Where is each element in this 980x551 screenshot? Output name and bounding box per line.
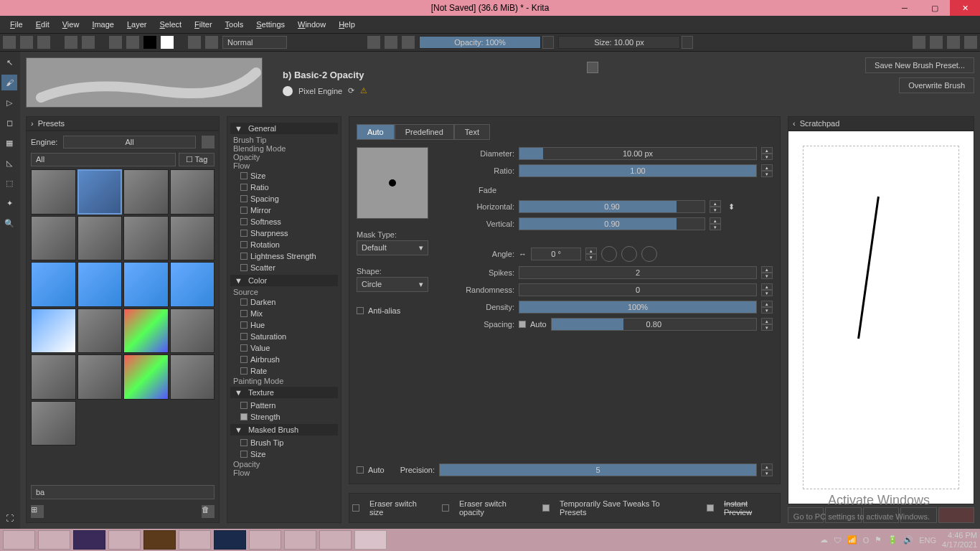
tree-flow[interactable]: Flow xyxy=(230,161,338,170)
angle-dial3-icon[interactable] xyxy=(641,246,657,262)
link-icon[interactable]: ⬍ xyxy=(728,202,735,212)
menu-tools[interactable]: Tools xyxy=(220,19,250,30)
tool-select-rect[interactable]: ⬚ xyxy=(1,175,17,191)
tree-hue[interactable]: Hue xyxy=(230,319,338,331)
scratch-clear-icon[interactable] xyxy=(938,507,974,523)
tray-wifi-icon[interactable]: 📶 xyxy=(847,535,857,545)
fade-v-slider[interactable]: 0.90 xyxy=(519,217,705,230)
engine-filter-combo[interactable]: All xyxy=(63,136,196,149)
tool-expand[interactable]: ⛶ xyxy=(1,510,17,526)
fg-color[interactable] xyxy=(143,36,156,49)
spin-up[interactable]: ▴ xyxy=(761,147,773,154)
spin-down[interactable]: ▾ xyxy=(761,154,773,160)
eraser-icon[interactable] xyxy=(385,36,397,49)
tree-size[interactable]: Size xyxy=(230,170,338,182)
add-preset-icon[interactable]: ⊞ xyxy=(31,505,44,518)
brush-editor-icon[interactable] xyxy=(205,36,218,49)
angle-input[interactable]: 0 ° xyxy=(531,248,581,260)
tray-battery-icon[interactable]: 🔋 xyxy=(887,535,897,545)
tool-line[interactable]: ▷ xyxy=(1,95,17,110)
antialias-check[interactable] xyxy=(357,307,364,314)
task-krita[interactable] xyxy=(354,530,387,550)
scratch-gradient-icon[interactable] xyxy=(825,507,861,523)
tool-zoom[interactable]: 🔍 xyxy=(1,215,17,231)
menu-view[interactable]: View xyxy=(57,19,85,30)
shape-combo[interactable]: Circle▾ xyxy=(357,277,428,292)
tree-scatter[interactable]: Scatter xyxy=(230,262,338,273)
tree-mix[interactable]: Mix xyxy=(230,308,338,319)
menu-edit[interactable]: Edit xyxy=(30,19,55,30)
tray-lang[interactable]: ENG xyxy=(919,536,936,545)
angle-dial-icon[interactable] xyxy=(601,246,617,262)
tree-color[interactable]: ▼Color xyxy=(230,275,338,286)
delete-preset-icon[interactable]: 🗑 xyxy=(202,505,215,518)
angle-reset-icon[interactable]: ↔ xyxy=(519,250,527,258)
eraser-opacity-check[interactable] xyxy=(442,504,449,512)
tree-general[interactable]: ▼General xyxy=(230,123,338,134)
undo-icon[interactable] xyxy=(65,36,77,49)
mask-type-combo[interactable]: Default▾ xyxy=(357,240,428,255)
preset-item[interactable] xyxy=(31,169,76,215)
fade-h-slider[interactable]: 0.90 xyxy=(519,200,705,213)
task-explorer[interactable] xyxy=(108,530,141,550)
preset-item[interactable] xyxy=(170,169,215,215)
workspace-icon[interactable] xyxy=(964,36,977,49)
task-ai[interactable] xyxy=(143,530,176,550)
new-doc-icon[interactable] xyxy=(3,36,16,49)
minimize-button[interactable]: ─ xyxy=(890,0,920,16)
preset-item[interactable] xyxy=(77,354,123,400)
size-spin[interactable] xyxy=(682,36,693,49)
tree-rotation[interactable]: Rotation xyxy=(230,239,338,250)
tray-flag-icon[interactable]: ⚑ xyxy=(875,535,882,545)
scratch-layer-icon[interactable] xyxy=(863,507,899,523)
preset-item[interactable] xyxy=(170,262,215,307)
preset-item[interactable] xyxy=(123,309,169,354)
opacity-slider[interactable]: Opacity: 100% xyxy=(419,36,541,49)
menu-help[interactable]: Help xyxy=(333,19,361,30)
instant-preview-check[interactable] xyxy=(707,504,714,512)
size-slider[interactable]: Size: 10.00 px xyxy=(558,36,680,49)
menu-layer[interactable]: Layer xyxy=(121,19,153,30)
tree-sharpness[interactable]: Sharpness xyxy=(230,227,338,239)
reload-engine-icon[interactable]: ⟳ xyxy=(348,86,354,95)
scratchpad-collapse[interactable]: ‹ Scratchpad xyxy=(788,116,974,131)
tool-fill[interactable]: ▦ xyxy=(1,135,17,151)
menu-select[interactable]: Select xyxy=(154,19,188,30)
save-new-preset-button[interactable]: Save New Brush Preset... xyxy=(865,57,974,73)
tray-date[interactable]: 4/17/2021 xyxy=(942,540,977,549)
preset-item[interactable] xyxy=(31,309,76,354)
preset-item[interactable] xyxy=(123,354,169,400)
tree-flow2[interactable]: Flow xyxy=(230,468,338,477)
tab-text[interactable]: Text xyxy=(454,124,490,140)
task-inkscape[interactable] xyxy=(249,530,281,550)
tree-pattern[interactable]: Pattern xyxy=(230,400,338,411)
temp-save-check[interactable] xyxy=(542,504,550,512)
open-doc-icon[interactable] xyxy=(20,36,33,49)
opacity-spin[interactable] xyxy=(542,36,554,49)
diameter-slider[interactable]: 10.00 px xyxy=(519,147,757,160)
task-word[interactable] xyxy=(284,530,316,550)
tree-lightness[interactable]: Lightness Strength xyxy=(230,250,338,262)
preset-filter-input[interactable] xyxy=(31,485,215,499)
preset-item[interactable] xyxy=(77,309,123,354)
scratch-fill-icon[interactable] xyxy=(900,507,936,523)
pattern-icon[interactable] xyxy=(126,36,139,49)
scratch-brush-icon[interactable] xyxy=(788,507,824,523)
tool-move[interactable]: ↖ xyxy=(1,55,17,70)
precision-slider[interactable]: 5 xyxy=(439,463,757,476)
tag-filter-combo[interactable]: All xyxy=(31,153,176,166)
tree-texture[interactable]: ▼Texture xyxy=(230,387,338,398)
tree-opacity[interactable]: Opacity xyxy=(230,153,338,161)
presets-view-icon[interactable] xyxy=(202,136,215,149)
spacing-auto-check[interactable] xyxy=(519,321,526,328)
brush-preset-icon[interactable] xyxy=(188,36,201,49)
preset-item[interactable] xyxy=(170,216,215,261)
rename-brush-icon[interactable] xyxy=(587,62,598,73)
tray-shield-icon[interactable]: 🛡 xyxy=(834,536,842,545)
bg-color[interactable] xyxy=(161,36,174,49)
save-icon[interactable] xyxy=(37,36,50,49)
menu-image[interactable]: Image xyxy=(86,19,120,30)
tool-brush[interactable]: 🖌 xyxy=(1,75,17,90)
tray-onedrive-icon[interactable]: ☁ xyxy=(820,535,828,545)
tree-m-size[interactable]: Size xyxy=(230,448,338,460)
